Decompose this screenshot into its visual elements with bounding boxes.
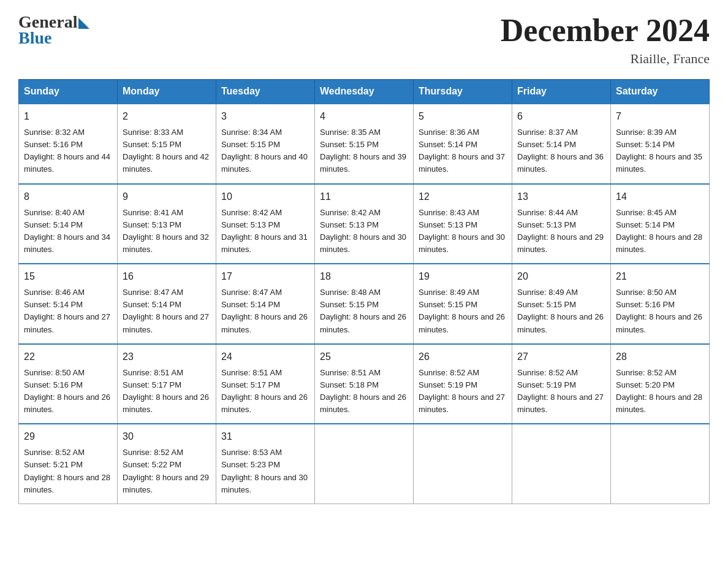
- calendar-week-4: 22Sunrise: 8:50 AMSunset: 5:16 PMDayligh…: [19, 344, 710, 424]
- day-info: Sunrise: 8:34 AMSunset: 5:15 PMDaylight:…: [221, 128, 308, 174]
- table-row: 27Sunrise: 8:52 AMSunset: 5:19 PMDayligh…: [512, 344, 611, 424]
- logo-blue-text: Blue: [18, 28, 51, 48]
- day-number: 31: [221, 429, 309, 444]
- day-info: Sunrise: 8:47 AMSunset: 5:14 PMDaylight:…: [221, 288, 308, 334]
- day-number: 14: [616, 190, 704, 204]
- day-number: 29: [24, 429, 112, 444]
- table-row: 30Sunrise: 8:52 AMSunset: 5:22 PMDayligh…: [118, 424, 216, 504]
- table-row: 4Sunrise: 8:35 AMSunset: 5:15 PMDaylight…: [315, 104, 414, 184]
- table-row: [414, 424, 512, 504]
- table-row: 6Sunrise: 8:37 AMSunset: 5:14 PMDaylight…: [512, 104, 611, 184]
- table-row: 9Sunrise: 8:41 AMSunset: 5:13 PMDaylight…: [118, 184, 216, 264]
- header-saturday: Saturday: [611, 80, 710, 104]
- day-number: 3: [221, 109, 309, 124]
- day-info: Sunrise: 8:32 AMSunset: 5:16 PMDaylight:…: [24, 128, 110, 174]
- day-info: Sunrise: 8:48 AMSunset: 5:15 PMDaylight:…: [320, 288, 406, 334]
- day-number: 26: [419, 350, 507, 364]
- day-number: 19: [419, 269, 507, 284]
- table-row: 31Sunrise: 8:53 AMSunset: 5:23 PMDayligh…: [216, 424, 315, 504]
- day-info: Sunrise: 8:47 AMSunset: 5:14 PMDaylight:…: [123, 288, 209, 334]
- table-row: 23Sunrise: 8:51 AMSunset: 5:17 PMDayligh…: [118, 344, 216, 424]
- day-number: 25: [320, 350, 408, 364]
- calendar-week-5: 29Sunrise: 8:52 AMSunset: 5:21 PMDayligh…: [19, 424, 710, 504]
- table-row: 26Sunrise: 8:52 AMSunset: 5:19 PMDayligh…: [414, 344, 512, 424]
- day-info: Sunrise: 8:36 AMSunset: 5:14 PMDaylight:…: [419, 128, 505, 174]
- calendar-table: Sunday Monday Tuesday Wednesday Thursday…: [18, 79, 710, 504]
- day-info: Sunrise: 8:43 AMSunset: 5:13 PMDaylight:…: [419, 208, 505, 254]
- table-row: 5Sunrise: 8:36 AMSunset: 5:14 PMDaylight…: [414, 104, 512, 184]
- day-info: Sunrise: 8:37 AMSunset: 5:14 PMDaylight:…: [517, 128, 604, 174]
- day-info: Sunrise: 8:46 AMSunset: 5:14 PMDaylight:…: [24, 288, 110, 334]
- location-subtitle: Riaille, France: [501, 51, 710, 67]
- day-info: Sunrise: 8:50 AMSunset: 5:16 PMDaylight:…: [616, 288, 702, 334]
- day-number: 17: [221, 269, 309, 284]
- table-row: 15Sunrise: 8:46 AMSunset: 5:14 PMDayligh…: [19, 264, 118, 344]
- day-info: Sunrise: 8:50 AMSunset: 5:16 PMDaylight:…: [24, 368, 110, 414]
- calendar-header-row: Sunday Monday Tuesday Wednesday Thursday…: [19, 80, 710, 104]
- day-number: 9: [123, 190, 211, 204]
- day-info: Sunrise: 8:35 AMSunset: 5:15 PMDaylight:…: [320, 128, 406, 174]
- table-row: 24Sunrise: 8:51 AMSunset: 5:17 PMDayligh…: [216, 344, 315, 424]
- table-row: 16Sunrise: 8:47 AMSunset: 5:14 PMDayligh…: [118, 264, 216, 344]
- table-row: 29Sunrise: 8:52 AMSunset: 5:21 PMDayligh…: [19, 424, 118, 504]
- table-row: 10Sunrise: 8:42 AMSunset: 5:13 PMDayligh…: [216, 184, 315, 264]
- table-row: [315, 424, 414, 504]
- main-title: December 2024: [501, 12, 710, 48]
- logo: General Blue: [18, 12, 89, 48]
- table-row: 28Sunrise: 8:52 AMSunset: 5:20 PMDayligh…: [611, 344, 710, 424]
- table-row: 13Sunrise: 8:44 AMSunset: 5:13 PMDayligh…: [512, 184, 611, 264]
- day-number: 21: [616, 269, 704, 284]
- header-tuesday: Tuesday: [216, 80, 315, 104]
- day-info: Sunrise: 8:49 AMSunset: 5:15 PMDaylight:…: [419, 288, 505, 334]
- calendar-week-3: 15Sunrise: 8:46 AMSunset: 5:14 PMDayligh…: [19, 264, 710, 344]
- title-section: December 2024 Riaille, France: [501, 12, 710, 67]
- day-number: 18: [320, 269, 408, 284]
- day-info: Sunrise: 8:39 AMSunset: 5:14 PMDaylight:…: [616, 128, 702, 174]
- header-thursday: Thursday: [414, 80, 512, 104]
- day-number: 30: [123, 429, 211, 444]
- header-friday: Friday: [512, 80, 611, 104]
- table-row: [611, 424, 710, 504]
- table-row: 17Sunrise: 8:47 AMSunset: 5:14 PMDayligh…: [216, 264, 315, 344]
- day-number: 27: [517, 350, 605, 364]
- day-number: 7: [616, 109, 704, 124]
- page-header: General Blue December 2024 Riaille, Fran…: [18, 12, 710, 67]
- day-info: Sunrise: 8:52 AMSunset: 5:19 PMDaylight:…: [517, 368, 604, 414]
- day-info: Sunrise: 8:49 AMSunset: 5:15 PMDaylight:…: [517, 288, 604, 334]
- day-info: Sunrise: 8:51 AMSunset: 5:18 PMDaylight:…: [320, 368, 406, 414]
- day-number: 10: [221, 190, 309, 204]
- day-number: 8: [24, 190, 112, 204]
- day-info: Sunrise: 8:42 AMSunset: 5:13 PMDaylight:…: [320, 208, 406, 254]
- logo-arrow-icon: [78, 18, 89, 29]
- header-sunday: Sunday: [19, 80, 118, 104]
- day-number: 12: [419, 190, 507, 204]
- day-number: 6: [517, 109, 605, 124]
- table-row: 18Sunrise: 8:48 AMSunset: 5:15 PMDayligh…: [315, 264, 414, 344]
- calendar-week-1: 1Sunrise: 8:32 AMSunset: 5:16 PMDaylight…: [19, 104, 710, 184]
- day-number: 15: [24, 269, 112, 284]
- day-number: 28: [616, 350, 704, 364]
- day-info: Sunrise: 8:51 AMSunset: 5:17 PMDaylight:…: [221, 368, 308, 414]
- day-number: 20: [517, 269, 605, 284]
- table-row: 11Sunrise: 8:42 AMSunset: 5:13 PMDayligh…: [315, 184, 414, 264]
- day-info: Sunrise: 8:41 AMSunset: 5:13 PMDaylight:…: [123, 208, 209, 254]
- table-row: [512, 424, 611, 504]
- table-row: 2Sunrise: 8:33 AMSunset: 5:15 PMDaylight…: [118, 104, 216, 184]
- day-info: Sunrise: 8:42 AMSunset: 5:13 PMDaylight:…: [221, 208, 308, 254]
- day-number: 13: [517, 190, 605, 204]
- day-info: Sunrise: 8:40 AMSunset: 5:14 PMDaylight:…: [24, 208, 110, 254]
- day-info: Sunrise: 8:52 AMSunset: 5:19 PMDaylight:…: [419, 368, 505, 414]
- day-number: 16: [123, 269, 211, 284]
- table-row: 14Sunrise: 8:45 AMSunset: 5:14 PMDayligh…: [611, 184, 710, 264]
- day-info: Sunrise: 8:51 AMSunset: 5:17 PMDaylight:…: [123, 368, 209, 414]
- day-info: Sunrise: 8:53 AMSunset: 5:23 PMDaylight:…: [221, 448, 308, 494]
- day-number: 4: [320, 109, 408, 124]
- header-monday: Monday: [118, 80, 216, 104]
- day-number: 2: [123, 109, 211, 124]
- day-info: Sunrise: 8:33 AMSunset: 5:15 PMDaylight:…: [123, 128, 209, 174]
- day-number: 11: [320, 190, 408, 204]
- table-row: 8Sunrise: 8:40 AMSunset: 5:14 PMDaylight…: [19, 184, 118, 264]
- table-row: 7Sunrise: 8:39 AMSunset: 5:14 PMDaylight…: [611, 104, 710, 184]
- table-row: 25Sunrise: 8:51 AMSunset: 5:18 PMDayligh…: [315, 344, 414, 424]
- day-number: 22: [24, 350, 112, 364]
